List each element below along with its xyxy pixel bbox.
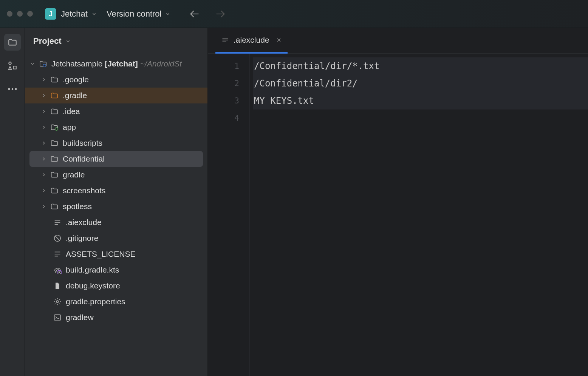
project-panel-title: Project bbox=[33, 36, 62, 46]
project-name: Jetchat bbox=[61, 9, 88, 19]
tree-file[interactable]: .gitignore bbox=[25, 230, 207, 246]
chevron-down-icon bbox=[29, 61, 36, 66]
zoom-window[interactable] bbox=[27, 11, 33, 17]
tree-item-label: Confidential bbox=[63, 154, 105, 163]
nav-forward-button[interactable] bbox=[215, 9, 226, 19]
tool-rail bbox=[0, 28, 25, 376]
folder-icon bbox=[50, 107, 59, 116]
tree-file[interactable]: Kbuild.gradle.kts bbox=[25, 262, 207, 278]
folder-icon bbox=[50, 186, 59, 195]
tree-item-label: gradle bbox=[63, 170, 85, 179]
line-number: 3 bbox=[208, 92, 239, 109]
chevron-right-icon bbox=[40, 156, 48, 162]
code-line: MY_KEYS.txt bbox=[253, 92, 588, 109]
project-badge: J bbox=[45, 8, 56, 20]
minimize-window[interactable] bbox=[17, 11, 23, 17]
editor-body[interactable]: 1234 /Confidential/dir/*.txt/Confidentia… bbox=[208, 54, 588, 376]
chevron-right-icon bbox=[40, 172, 48, 177]
tree-item-label: gradle.properties bbox=[66, 297, 125, 306]
chevron-right-icon bbox=[40, 77, 48, 82]
tree-item-label: .google bbox=[63, 75, 89, 84]
text-file-icon bbox=[221, 36, 229, 44]
tree-folder[interactable]: .idea bbox=[25, 103, 207, 119]
tree-folder[interactable]: Confidential bbox=[29, 151, 203, 167]
tree-folder[interactable]: buildscripts bbox=[25, 135, 207, 151]
tree-folder[interactable]: app bbox=[25, 119, 207, 135]
tree-item-label: debug.keystore bbox=[66, 281, 120, 290]
svg-point-5 bbox=[8, 88, 10, 90]
project-root-icon bbox=[39, 59, 48, 68]
tree-root-label: Jetchatsample [Jetchat] bbox=[51, 59, 138, 68]
project-selector[interactable]: Jetchat bbox=[61, 9, 97, 19]
vcs-label: Version control bbox=[107, 9, 162, 19]
tree-file[interactable]: ASSETS_LICENSE bbox=[25, 246, 207, 262]
svg-point-9 bbox=[55, 128, 58, 130]
terminal-icon bbox=[53, 313, 62, 322]
chevron-right-icon bbox=[40, 109, 48, 114]
tree-file[interactable]: gradle.properties bbox=[25, 294, 207, 310]
tool-more-button[interactable] bbox=[4, 81, 21, 97]
line-number: 4 bbox=[208, 109, 239, 127]
close-window[interactable] bbox=[7, 11, 12, 17]
vcs-selector[interactable]: Version control bbox=[107, 9, 171, 19]
svg-text:K: K bbox=[59, 271, 60, 274]
close-icon[interactable] bbox=[276, 37, 282, 43]
tree-item-label: gradlew bbox=[66, 313, 94, 322]
tree-item-label: .gitignore bbox=[66, 234, 98, 243]
tree-item-label: buildscripts bbox=[63, 139, 102, 148]
gradle-kts-icon: K bbox=[53, 265, 62, 274]
text-icon bbox=[53, 218, 62, 227]
folder-icon bbox=[50, 139, 59, 148]
tool-structure-button[interactable] bbox=[4, 57, 21, 74]
line-number: 1 bbox=[208, 57, 239, 75]
code-line bbox=[253, 109, 588, 127]
tree-item-label: .idea bbox=[63, 107, 80, 116]
tree-item-label: .gradle bbox=[63, 91, 87, 100]
svg-point-6 bbox=[11, 88, 13, 90]
folder-icon bbox=[50, 123, 59, 132]
code-line: /Confidential/dir2/ bbox=[253, 75, 588, 92]
folder-icon bbox=[50, 154, 59, 163]
gear-icon bbox=[53, 297, 62, 306]
tree-folder[interactable]: .gradle bbox=[25, 88, 207, 103]
chevron-down-icon bbox=[65, 39, 71, 44]
editor-tabs: .aiexclude bbox=[208, 28, 588, 54]
svg-point-18 bbox=[55, 271, 56, 272]
editor-tab-aiexclude[interactable]: .aiexclude bbox=[215, 28, 288, 54]
folder-icon bbox=[50, 202, 59, 211]
chevron-right-icon bbox=[40, 204, 48, 209]
tree-file[interactable]: debug.keystore bbox=[25, 278, 207, 294]
tree-folder[interactable]: gradle bbox=[25, 167, 207, 183]
tree-root[interactable]: Jetchatsample [Jetchat] ~/AndroidSt bbox=[25, 56, 207, 72]
project-panel: Project Jetchatsample [Jetchat] ~/Androi… bbox=[25, 28, 208, 376]
chevron-right-icon bbox=[40, 140, 48, 146]
svg-rect-8 bbox=[43, 64, 46, 67]
project-tree: Jetchatsample [Jetchat] ~/AndroidSt .goo… bbox=[25, 54, 207, 327]
line-number: 2 bbox=[208, 75, 239, 92]
editor-area: .aiexclude 1234 /Confidential/dir/*.txt/… bbox=[208, 28, 588, 376]
svg-rect-3 bbox=[13, 66, 16, 69]
tree-item-label: app bbox=[63, 123, 76, 132]
code-line: /Confidential/dir/*.txt bbox=[253, 57, 588, 75]
project-panel-header[interactable]: Project bbox=[25, 28, 207, 54]
tree-folder[interactable]: spotless bbox=[25, 199, 207, 214]
tree-folder[interactable]: .google bbox=[25, 72, 207, 88]
editor-code[interactable]: /Confidential/dir/*.txt/Confidential/dir… bbox=[249, 54, 588, 376]
nav-back-button[interactable] bbox=[189, 9, 200, 19]
chevron-right-icon bbox=[40, 125, 48, 130]
tree-file[interactable]: .aiexclude bbox=[25, 214, 207, 230]
svg-marker-4 bbox=[8, 66, 11, 69]
chevron-right-icon bbox=[40, 93, 48, 98]
folder-icon bbox=[50, 170, 59, 179]
tree-folder[interactable]: screenshots bbox=[25, 183, 207, 199]
svg-rect-22 bbox=[54, 315, 61, 321]
tree-item-label: screenshots bbox=[63, 186, 105, 195]
editor-tab-label: .aiexclude bbox=[234, 35, 269, 45]
svg-point-7 bbox=[15, 88, 17, 90]
ignore-icon bbox=[53, 234, 62, 243]
tree-file[interactable]: gradlew bbox=[25, 310, 207, 325]
chevron-right-icon bbox=[40, 188, 48, 193]
tool-project-button[interactable] bbox=[4, 34, 21, 51]
window-controls bbox=[7, 11, 33, 17]
tree-item-label: build.gradle.kts bbox=[66, 265, 119, 274]
